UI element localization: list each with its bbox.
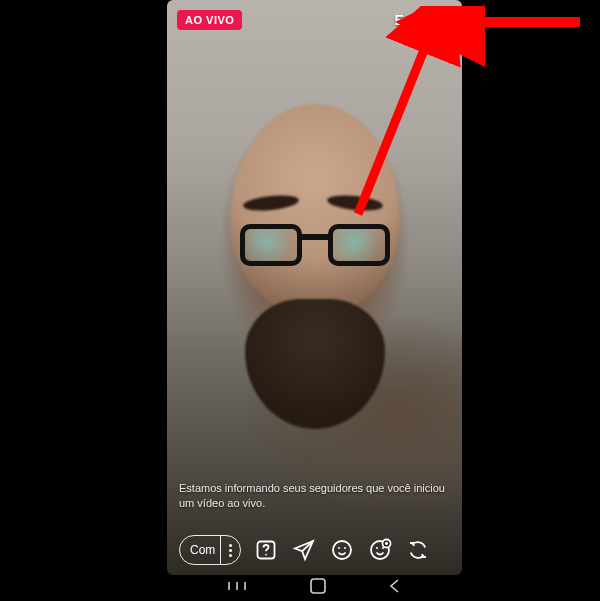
notifying-followers-text: Estamos informando seus seguidores que v…	[179, 481, 450, 511]
android-nav-bar	[167, 575, 462, 601]
svg-point-1	[265, 554, 267, 556]
bottom-toolbar: Com	[167, 535, 462, 565]
svg-point-6	[376, 547, 378, 549]
live-video-screen: AO VIVO Encerrar Estamos informando seus…	[167, 0, 462, 575]
face-filter-icon[interactable]	[329, 537, 355, 563]
phone-frame: AO VIVO Encerrar Estamos informando seus…	[167, 0, 462, 601]
recents-button[interactable]	[226, 579, 248, 597]
switch-camera-icon[interactable]	[405, 537, 431, 563]
more-options-icon[interactable]	[220, 536, 240, 564]
svg-rect-9	[311, 579, 325, 593]
send-icon[interactable]	[291, 537, 317, 563]
back-button[interactable]	[387, 578, 403, 598]
comment-input[interactable]: Com	[179, 535, 241, 565]
svg-point-4	[344, 547, 346, 549]
top-overlay: AO VIVO Encerrar	[167, 10, 462, 30]
svg-point-3	[338, 547, 340, 549]
comment-placeholder: Com	[180, 543, 220, 557]
svg-point-2	[333, 541, 351, 559]
add-guest-icon[interactable]	[367, 537, 393, 563]
end-live-button[interactable]: Encerrar	[394, 12, 452, 28]
home-button[interactable]	[308, 576, 328, 600]
live-badge: AO VIVO	[177, 10, 242, 30]
question-icon[interactable]	[253, 537, 279, 563]
